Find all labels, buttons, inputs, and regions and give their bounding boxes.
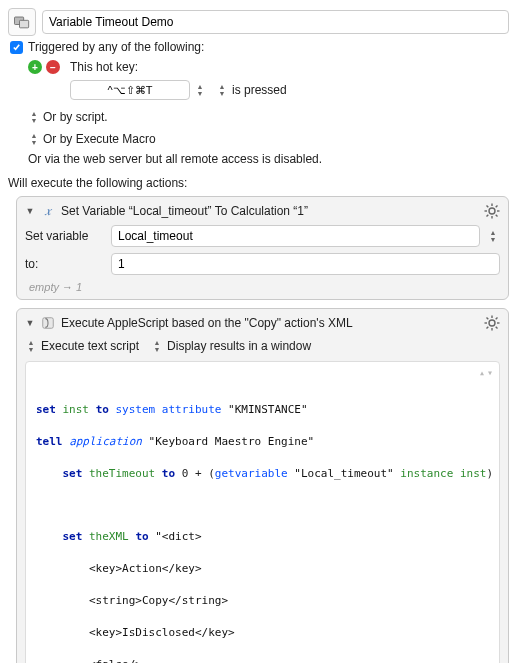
macro-icon — [8, 8, 36, 36]
hotkey-label: This hot key: — [70, 60, 138, 74]
hotkey-stepper[interactable] — [194, 81, 206, 99]
chevron-up-icon[interactable]: ▴ — [479, 366, 485, 381]
svg-line-8 — [496, 215, 498, 217]
svg-point-2 — [489, 208, 495, 214]
hotkey-state-stepper[interactable] — [216, 81, 228, 99]
svg-rect-1 — [20, 20, 29, 28]
svg-line-17 — [496, 327, 498, 329]
remove-trigger-button[interactable]: − — [46, 60, 60, 74]
action-execute-applescript: Execute AppleScript based on the "Copy" … — [16, 308, 509, 663]
or-execute-macro-stepper[interactable] — [28, 130, 40, 148]
hotkey-state-label: is pressed — [232, 83, 287, 97]
chevron-down-icon[interactable]: ▾ — [487, 366, 493, 381]
script-mode-label: Execute text script — [41, 339, 139, 353]
enabled-checkbox[interactable] — [10, 41, 23, 54]
disclosure-icon[interactable] — [25, 206, 35, 216]
action1-title: Set Variable “Local_timeout” To Calculat… — [61, 204, 308, 218]
variable-name-stepper[interactable] — [486, 227, 500, 245]
svg-line-9 — [496, 206, 498, 208]
svg-line-19 — [487, 327, 489, 329]
gear-icon[interactable] — [484, 315, 500, 331]
applescript-icon — [40, 315, 56, 331]
macro-title-input[interactable] — [42, 10, 509, 34]
add-trigger-button[interactable]: + — [28, 60, 42, 74]
script-mode-stepper[interactable] — [25, 337, 37, 355]
hint-empty: empty — [29, 281, 59, 293]
svg-point-11 — [489, 320, 495, 326]
action-set-variable: 𝑥 Set Variable “Local_timeout” To Calcul… — [16, 196, 509, 300]
svg-line-16 — [487, 318, 489, 320]
or-execute-macro-label: Or by Execute Macro — [43, 132, 156, 146]
or-script-stepper[interactable] — [28, 108, 40, 126]
gear-icon[interactable] — [484, 203, 500, 219]
applescript-editor[interactable]: ▴ ▾ set inst to system attribute "KMINST… — [25, 361, 500, 663]
hotkey-input[interactable] — [70, 80, 190, 100]
action2-title: Execute AppleScript based on the "Copy" … — [61, 316, 353, 330]
variable-name-input[interactable] — [111, 225, 480, 247]
set-variable-label: Set variable — [25, 229, 105, 243]
to-label: to: — [25, 257, 105, 271]
trigger-heading: Triggered by any of the following: — [28, 40, 204, 54]
result-mode-stepper[interactable] — [151, 337, 163, 355]
or-script-label: Or by script. — [43, 110, 108, 124]
result-mode-label: Display results in a window — [167, 339, 311, 353]
variable-x-icon: 𝑥 — [40, 203, 56, 219]
actions-heading: Will execute the following actions: — [8, 176, 509, 190]
svg-line-10 — [487, 215, 489, 217]
svg-line-7 — [487, 206, 489, 208]
svg-line-18 — [496, 318, 498, 320]
hint-arrow-icon: → — [62, 281, 73, 293]
to-value-input[interactable] — [111, 253, 500, 275]
disclosure-icon[interactable] — [25, 318, 35, 328]
hint-value: 1 — [76, 281, 82, 293]
or-webserver-label: Or via the web server but all remote acc… — [28, 152, 322, 166]
